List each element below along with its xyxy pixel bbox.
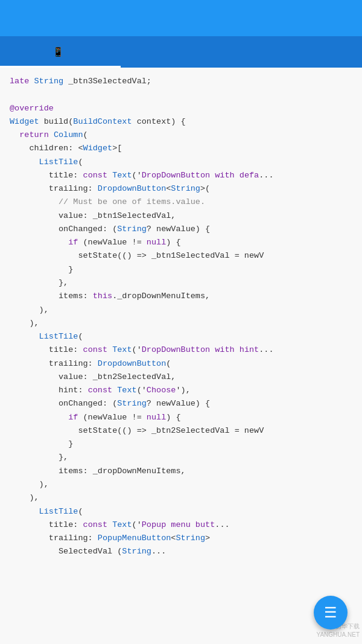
code-line: late String _btn3SelectedVal; [10,75,352,88]
code-line: return Column( [10,129,352,142]
code-line: items: _dropDownMenuItems, [10,465,352,478]
tab-code-brackets[interactable] [121,36,241,68]
code-line: title: const Text('Popup menu butt... [10,518,352,532]
code-line: ListTile( [10,156,352,169]
fab-menu-icon: ☰ [324,604,337,622]
code-line: value: _btn2SelectedVal, [10,371,352,384]
more-icon[interactable] [348,16,352,21]
code-line: trailing: DropdownButton<String>( [10,182,352,196]
fab-button[interactable]: ☰ [314,596,348,630]
code-line: children: <Widget>[ [10,142,352,155]
code-line: setState(() => _btn2SelectedVal = newV [10,424,352,438]
code-line: if (newValue != null) { [10,236,352,249]
code-line: value: _btn1SelectedVal, [10,209,352,223]
tab-source[interactable] [241,36,362,68]
code-line: items: this._dropDownMenuItems, [10,290,352,303]
star-icon[interactable] [335,16,340,21]
code-line: ListTile( [10,505,352,518]
phone-icon: 📱 [52,46,64,57]
code-line: setState(() => _btn1SelectedVal = newV [10,249,352,263]
code-line: hint: const Text('Choose'), [10,384,352,397]
code-line: trailing: DropdownButton( [10,357,352,371]
code-line: ), [10,491,352,505]
code-line: trailing: PopupMenuButton<String> [10,532,352,545]
code-line: title: const Text('DropDownButton with d… [10,169,352,182]
code-line: onChanged: (String? newValue) { [10,223,352,236]
code-line: ), [10,304,352,317]
code-line: } [10,438,352,451]
code-line: }, [10,276,352,290]
menu-icon[interactable] [323,16,328,21]
code-line: @override [10,102,352,115]
code-area: late String _btn3SelectedVal; @overrideW… [0,68,362,644]
tab-preview[interactable]: 📱 [0,36,121,68]
code-line: onChanged: (String? newValue) { [10,397,352,410]
code-line: } [10,263,352,276]
code-line: // Must be one of items.value. [10,196,352,209]
code-line: ), [10,317,352,330]
code-line: if (newValue != null) { [10,411,352,424]
code-line: ListTile( [10,330,352,343]
code-line: ), [10,478,352,491]
tab-bar: 📱 [0,36,362,68]
code-line: }, [10,451,352,464]
app-bar [0,0,362,36]
code-line: title: const Text('DropDownButton with h… [10,343,352,357]
code-line [10,88,352,101]
code-line: Widget build(BuildContext context) { [10,115,352,129]
code-line: SelectedVal (String... [10,545,352,558]
